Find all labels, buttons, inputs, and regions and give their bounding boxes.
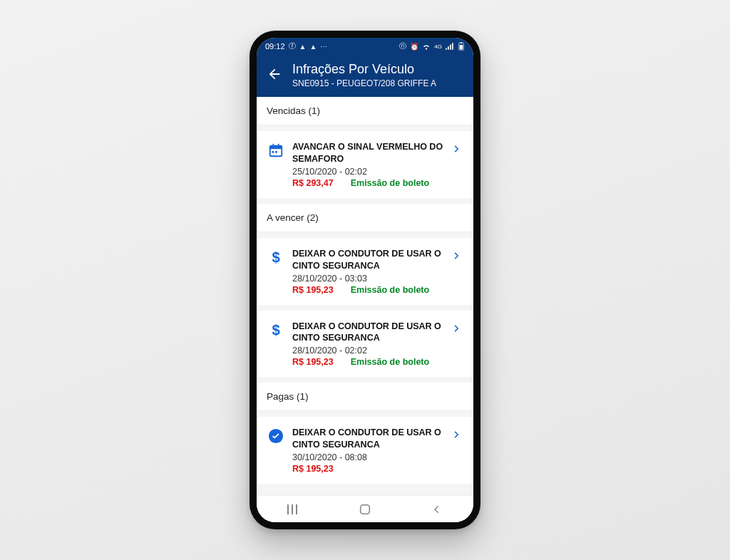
section-header-paid: Pagas (1) <box>257 383 473 411</box>
infraction-date: 25/10/2020 - 02:02 <box>292 167 448 177</box>
status-time: 09:12 <box>265 42 285 51</box>
app-bar: Infrações Por Veículo SNE0915 - PEUGEOT/… <box>257 55 473 97</box>
notification-icon: ▲ <box>299 43 307 51</box>
infraction-date: 28/10/2020 - 02:02 <box>292 346 448 356</box>
infraction-status: Emissão de boleto <box>351 357 429 367</box>
screen: 09:12 ⓕ ▲ ▲ ⋯ ⓝ ⏰ 4G <box>257 38 473 522</box>
infraction-title: DEIXAR O CONDUTOR DE USAR O CINTO SEGURA… <box>292 248 448 272</box>
svg-text:$: $ <box>272 249 279 265</box>
infraction-card[interactable]: AVANCAR O SINAL VERMELHO DO SEMAFORO 25/… <box>257 131 473 198</box>
back-nav-button[interactable] <box>427 502 447 517</box>
android-nav-bar <box>257 495 473 522</box>
infraction-status: Emissão de boleto <box>351 178 429 188</box>
infraction-amount: R$ 293,47 <box>292 178 334 188</box>
infraction-date: 30/10/2020 - 08:08 <box>292 452 448 462</box>
svg-rect-14 <box>296 504 297 514</box>
battery-icon <box>458 42 465 51</box>
infraction-card[interactable]: DEIXAR O CONDUTOR DE USAR O CINTO SEGURA… <box>257 417 473 484</box>
notification-icon: ▲ <box>309 43 317 51</box>
svg-text:$: $ <box>272 322 279 338</box>
more-icon: ⋯ <box>320 43 327 51</box>
facebook-icon: ⓕ <box>289 41 296 51</box>
infraction-title: DEIXAR O CONDUTOR DE USAR O CINTO SEGURA… <box>292 427 448 451</box>
infraction-amount: R$ 195,23 <box>292 285 334 295</box>
infraction-card[interactable]: $ DEIXAR O CONDUTOR DE USAR O CINTO SEGU… <box>257 311 473 378</box>
infraction-title: AVANCAR O SINAL VERMELHO DO SEMAFORO <box>292 141 448 165</box>
section-header-expired: Vencidas (1) <box>257 97 473 125</box>
infraction-title: DEIXAR O CONDUTOR DE USAR O CINTO SEGURA… <box>292 321 448 345</box>
svg-rect-8 <box>275 151 277 153</box>
nfc-icon: ⓝ <box>399 41 406 51</box>
svg-rect-12 <box>287 504 289 514</box>
chevron-right-icon <box>452 430 465 440</box>
chevron-right-icon <box>452 144 465 154</box>
svg-rect-5 <box>272 144 274 147</box>
home-button[interactable] <box>355 502 375 517</box>
signal-icon <box>446 43 454 50</box>
svg-rect-6 <box>278 144 279 147</box>
calendar-icon <box>267 142 285 158</box>
back-button[interactable] <box>267 66 282 82</box>
alarm-icon: ⏰ <box>410 43 418 51</box>
svg-rect-15 <box>361 504 370 514</box>
wifi-icon <box>422 43 431 50</box>
check-circle-icon <box>267 428 285 444</box>
arrow-left-icon <box>267 66 282 82</box>
dollar-icon: $ <box>267 249 285 266</box>
network-label: 4G <box>434 43 442 50</box>
infraction-card[interactable]: $ DEIXAR O CONDUTOR DE USAR O CINTO SEGU… <box>257 238 473 305</box>
svg-rect-13 <box>292 504 293 514</box>
dollar-icon: $ <box>267 322 285 339</box>
chevron-right-icon <box>452 251 465 261</box>
svg-rect-7 <box>272 151 274 153</box>
infraction-date: 28/10/2020 - 03:03 <box>292 274 448 284</box>
svg-rect-1 <box>461 42 463 43</box>
svg-rect-4 <box>270 146 282 150</box>
page-title: Infrações Por Veículo <box>292 62 436 77</box>
svg-rect-2 <box>460 45 463 49</box>
phone-frame: 09:12 ⓕ ▲ ▲ ⋯ ⓝ ⏰ 4G <box>250 31 480 529</box>
page-subtitle: SNE0915 - PEUGEOT/208 GRIFFE A <box>292 78 436 88</box>
content-scroll[interactable]: Vencidas (1) AVANCAR O SINAL VERMELHO DO… <box>257 97 473 495</box>
infraction-amount: R$ 195,23 <box>292 464 334 474</box>
recent-apps-button[interactable] <box>283 502 303 517</box>
chevron-right-icon <box>452 323 465 333</box>
infraction-amount: R$ 195,23 <box>292 357 334 367</box>
section-header-upcoming: A vencer (2) <box>257 204 473 232</box>
infraction-status: Emissão de boleto <box>351 285 429 295</box>
status-bar: 09:12 ⓕ ▲ ▲ ⋯ ⓝ ⏰ 4G <box>257 38 473 55</box>
